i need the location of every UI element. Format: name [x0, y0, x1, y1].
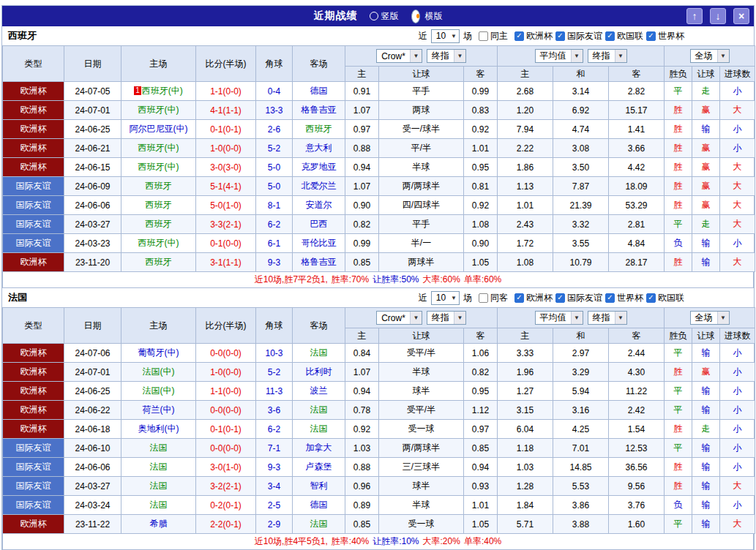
away-team-cell[interactable]: 巴西	[293, 215, 345, 234]
match-count-select[interactable]: 10▼	[431, 29, 460, 43]
home-team-cell[interactable]: 西班牙(中)	[121, 234, 196, 253]
away-team-cell[interactable]: 格鲁吉亚	[293, 253, 345, 272]
bookmaker-select[interactable]: Crow*▼	[376, 311, 422, 325]
home-team-cell[interactable]: 西班牙	[121, 177, 196, 196]
handicap-away-odds: 0.99	[464, 82, 498, 101]
euro-time-select[interactable]: 终指▼	[588, 311, 627, 325]
away-team-cell[interactable]: 波兰	[293, 382, 345, 401]
handicap-home-odds: 1.07	[345, 177, 379, 196]
away-team-cell[interactable]: 加拿大	[293, 439, 345, 458]
away-team-cell[interactable]: 意大利	[293, 139, 345, 158]
section-header: 法国 近 10▼ 场 同客 ✓欧洲杯✓国际友谊✓世界杯✓欧国联	[2, 288, 754, 307]
scope-select[interactable]: 全场▼	[690, 49, 730, 63]
competition-cell: 欧洲杯	[3, 253, 64, 272]
home-team-cell[interactable]: 法国(中)	[121, 382, 196, 401]
result-cell: 平	[665, 215, 692, 234]
scroll-up-button[interactable]: ↑	[686, 8, 703, 24]
home-team-cell[interactable]: 1西班牙(中)	[121, 82, 196, 101]
result-cell: 胜	[665, 101, 692, 120]
radio-vertical-layout[interactable]: 竖版	[370, 10, 399, 23]
checkbox-checked-icon[interactable]: ✓	[646, 293, 656, 303]
competition-filter[interactable]: ✓国际友谊	[555, 30, 602, 42]
away-team-cell[interactable]: 法国	[293, 420, 345, 439]
competition-filter[interactable]: ✓世界杯	[646, 30, 684, 42]
goals-result-cell: 小	[720, 344, 755, 363]
checkbox-checked-icon[interactable]: ✓	[605, 293, 615, 303]
score-cell: 3-3(2-1)	[196, 215, 256, 234]
games-label: 场	[463, 30, 472, 42]
home-team-cell[interactable]: 法国	[121, 477, 196, 496]
away-team-cell[interactable]: 法国	[293, 344, 345, 363]
away-team-cell[interactable]: 北爱尔兰	[293, 177, 345, 196]
same-venue-filter[interactable]: 同客	[479, 292, 508, 304]
away-team-cell[interactable]: 比利时	[293, 363, 345, 382]
close-button[interactable]: ×	[733, 8, 749, 24]
home-team-cell[interactable]: 西班牙	[121, 196, 196, 215]
home-team-cell[interactable]: 法国	[121, 496, 196, 515]
home-team-cell[interactable]: 法国	[121, 439, 196, 458]
home-team-cell[interactable]: 法国(中)	[121, 363, 196, 382]
handicap-time-select[interactable]: 终指▼	[427, 49, 466, 63]
scope-select[interactable]: 全场▼	[690, 311, 730, 325]
euro-source-select[interactable]: 平均值▼	[535, 311, 583, 325]
away-team-cell[interactable]: 卢森堡	[293, 458, 345, 477]
bookmaker-select[interactable]: Crow*▼	[376, 49, 422, 63]
home-team-cell[interactable]: 希腊	[121, 515, 196, 534]
away-team-cell[interactable]: 德国	[293, 496, 345, 515]
competition-label: 欧洲杯	[526, 30, 553, 42]
away-team-cell[interactable]: 智利	[293, 477, 345, 496]
match-row: 欧洲杯24-07-01法国(中)1-0(0-0)5-2比利时1.07半球0.82…	[3, 363, 755, 382]
home-team-cell[interactable]: 西班牙(中)	[121, 101, 196, 120]
euro-time-select[interactable]: 终指▼	[588, 49, 627, 63]
away-team-cell[interactable]: 西班牙	[293, 120, 345, 139]
home-team-cell[interactable]: 葡萄牙(中)	[121, 344, 196, 363]
checkbox-checked-icon[interactable]: ✓	[605, 31, 615, 41]
checkbox-checked-icon[interactable]: ✓	[555, 31, 565, 41]
away-team-cell[interactable]: 德国	[293, 82, 345, 101]
radio-horizontal-layout[interactable]: 横版	[409, 10, 443, 23]
checkbox-checked-icon[interactable]: ✓	[646, 31, 656, 41]
result-cell: 平	[665, 515, 692, 534]
checkbox-unchecked-icon[interactable]	[479, 31, 488, 41]
away-team-cell[interactable]: 法国	[293, 401, 345, 420]
same-venue-filter[interactable]: 同主	[479, 30, 508, 42]
checkbox-checked-icon[interactable]: ✓	[514, 293, 524, 303]
radio-icon[interactable]	[411, 10, 420, 23]
home-team-cell[interactable]: 阿尔巴尼亚(中)	[121, 120, 196, 139]
summary-row: 近10场,胜4平5负1,胜率:40%让胜率:10%大率:20%单率:40%	[2, 534, 754, 550]
home-team-cell[interactable]: 法国	[121, 458, 196, 477]
checkbox-unchecked-icon[interactable]	[479, 293, 488, 303]
checkbox-checked-icon[interactable]: ✓	[514, 31, 524, 41]
corner-cell: 2-9	[256, 515, 293, 534]
home-team-cell[interactable]: 荷兰(中)	[121, 401, 196, 420]
competition-label: 欧国联	[617, 30, 643, 42]
home-team-cell[interactable]: 西班牙(中)	[121, 158, 196, 177]
away-team-cell[interactable]: 格鲁吉亚	[293, 101, 345, 120]
away-team-cell[interactable]: 法国	[293, 515, 345, 534]
handicap-line: 受一球	[379, 515, 464, 534]
match-count-select[interactable]: 10▼	[431, 291, 460, 305]
radio-icon[interactable]	[370, 12, 378, 20]
competition-filter[interactable]: ✓欧国联	[646, 292, 684, 304]
away-team-cell[interactable]: 克罗地亚	[293, 158, 345, 177]
corner-cell: 5-0	[256, 177, 293, 196]
home-team-cell[interactable]: 西班牙	[121, 215, 196, 234]
euro-source-select[interactable]: 平均值▼	[535, 49, 583, 63]
competition-filter[interactable]: ✓欧国联	[605, 30, 643, 42]
away-team-cell[interactable]: 安道尔	[293, 196, 345, 215]
competition-filter[interactable]: ✓欧洲杯	[514, 30, 553, 42]
handicap-line: 三/三球半	[379, 458, 464, 477]
handicap-line: 半球	[379, 496, 464, 515]
home-team-cell[interactable]: 西班牙	[121, 253, 196, 272]
away-team-cell[interactable]: 哥伦比亚	[293, 234, 345, 253]
checkbox-checked-icon[interactable]: ✓	[555, 293, 565, 303]
scroll-down-button[interactable]: ↓	[710, 8, 726, 24]
score-cell: 3-0(3-0)	[196, 158, 256, 177]
competition-filter[interactable]: ✓欧洲杯	[514, 292, 553, 304]
handicap-result-cell: 赢	[692, 363, 720, 382]
home-team-cell[interactable]: 奥地利(中)	[121, 420, 196, 439]
handicap-time-select[interactable]: 终指▼	[427, 311, 466, 325]
competition-filter[interactable]: ✓国际友谊	[555, 292, 602, 304]
competition-filter[interactable]: ✓世界杯	[605, 292, 643, 304]
home-team-cell[interactable]: 西班牙(中)	[121, 139, 196, 158]
